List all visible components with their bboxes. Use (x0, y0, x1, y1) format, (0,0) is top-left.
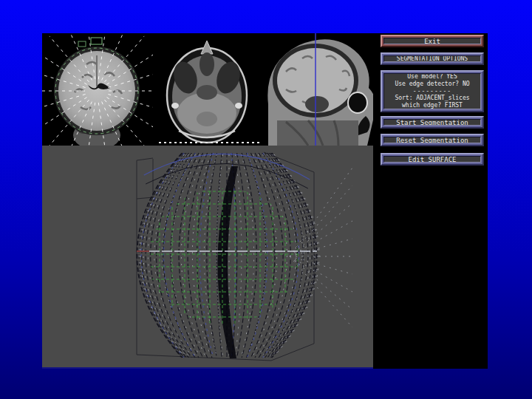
start-segmentation-button[interactable]: Start Segmentation (381, 116, 484, 129)
segmentation-options-panel[interactable]: Use model? YES Use edge detector? NO ---… (381, 70, 484, 112)
axial-slice-graphic (159, 41, 259, 143)
reset-segmentation-button[interactable]: Reset Segmentation (381, 134, 484, 146)
edit-surface-button[interactable]: Edit SURFACE (381, 153, 484, 166)
coronal-slice-graphic (42, 33, 169, 146)
options-text: Use model? YES Use edge detector? NO ---… (383, 73, 481, 109)
edit-surface-label: Edit SURFACE (383, 156, 481, 163)
mri-slice-strip[interactable] (42, 33, 373, 146)
viewport-column (42, 33, 373, 369)
option-divider: --------- (384, 88, 480, 95)
exit-button[interactable]: Exit (381, 35, 484, 47)
green-handle-box (91, 38, 102, 44)
option-sort: Sort: ADJACENT_slices (384, 95, 480, 102)
start-segmentation-label: Start Segmentation (383, 119, 481, 126)
option-use-edge-detector: Use edge detector? NO (384, 81, 480, 88)
wireframe-surface-graphic (42, 146, 373, 367)
green-handle-box-2 (78, 41, 86, 47)
segmentation-app-window: Exit SEGMENTATION OPTIONS Use model? YES… (42, 33, 488, 369)
render-3d-viewport[interactable] (42, 146, 373, 367)
viewport-bottom-border (42, 367, 373, 369)
mri-slices-graphic (42, 33, 373, 146)
segmentation-options-button[interactable]: SEGMENTATION OPTIONS (381, 52, 484, 65)
control-panel: Exit SEGMENTATION OPTIONS Use model? YES… (373, 33, 488, 369)
option-use-model: Use model? YES (384, 73, 480, 81)
sagittal-slice-graphic (267, 33, 373, 146)
segmentation-options-label: SEGMENTATION OPTIONS (383, 55, 481, 62)
reset-segmentation-label: Reset Segmentation (383, 137, 481, 143)
exit-button-label: Exit (383, 38, 481, 44)
option-which-edge: which edge? FIRST (384, 102, 480, 109)
